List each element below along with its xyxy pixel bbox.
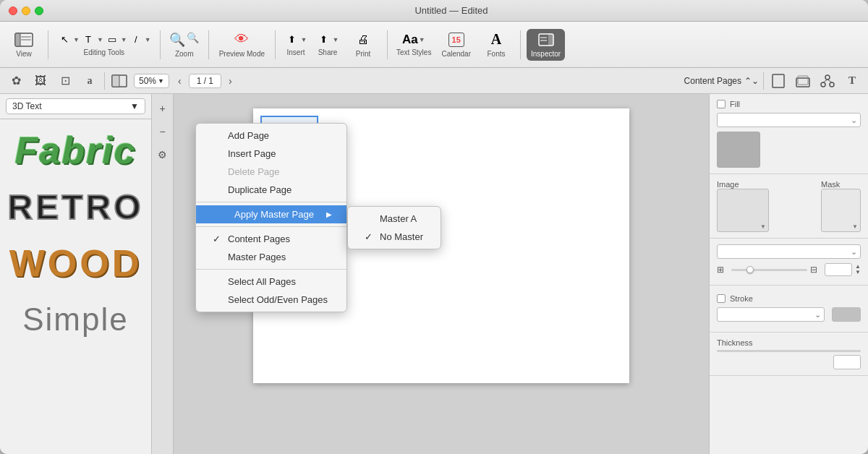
opacity-slider[interactable] <box>731 269 807 271</box>
mask-box[interactable] <box>821 189 861 232</box>
inspector-icon <box>536 32 556 48</box>
page-layout-icon[interactable] <box>109 71 129 91</box>
prev-page-button[interactable]: ‹ <box>174 74 186 88</box>
menu-item-content-pages[interactable]: ✓ Content Pages <box>196 230 346 248</box>
text-styles-button[interactable]: Aa ▼ Text Styles <box>393 30 434 59</box>
menu-item-apply-master-page[interactable]: Apply Master Page <box>196 205 346 223</box>
stepper-down-icon: ▼ <box>855 270 861 275</box>
maximize-button[interactable] <box>35 7 43 15</box>
opacity-dropdown[interactable] <box>717 244 861 259</box>
thickness-section: Thickness <box>710 333 868 376</box>
editing-tools-label: Editing Tools <box>84 48 125 56</box>
fonts-label: Fonts <box>487 50 505 58</box>
secondary-toolbar: ✿ 🖼 ⊡ a 50% ▼ ‹ 1 / 1 › Content Pages ⌃⌄ <box>0 68 868 94</box>
submenu-item-master-a[interactable]: Master A <box>348 210 441 228</box>
share-label: Share <box>318 48 338 56</box>
stroke-label: Stroke <box>730 294 766 303</box>
text-aa-icon[interactable]: a <box>80 71 100 91</box>
stroke-dropdown[interactable] <box>717 307 825 322</box>
content-pages-selector[interactable]: Content Pages ⌃⌄ <box>684 76 759 86</box>
style-dropdown[interactable]: 3D Text ▼ <box>6 98 145 114</box>
box-icon[interactable]: ⊡ <box>55 71 75 91</box>
content-pages-label: Content Pages <box>684 76 741 86</box>
menu-divider-2 <box>196 226 346 227</box>
text-styles-icon: Aa <box>403 33 417 46</box>
submenu-item-no-master[interactable]: ✓ No Master <box>348 228 441 246</box>
minimize-button[interactable] <box>22 7 30 15</box>
insert-button[interactable]: ⬆ ▼ Insert <box>281 30 310 59</box>
select-all-label: Select All Pages <box>228 276 296 287</box>
opacity-value-field[interactable] <box>825 263 852 276</box>
main-area: 3D Text ▼ Fabric RETRO WOOD Simple <box>0 94 868 454</box>
no-master-check: ✓ <box>362 231 374 242</box>
fonts-button[interactable]: A Fonts <box>478 29 514 61</box>
structure-icon[interactable] <box>817 71 838 91</box>
thickness-value-field[interactable] <box>833 355 861 369</box>
zoom-percentage[interactable]: 50% ▼ <box>134 74 169 88</box>
shapes-icon[interactable]: ✿ <box>6 71 26 91</box>
image-icon[interactable]: 🖼 <box>30 71 51 91</box>
preview-mode-button[interactable]: 👁 Preview Mode <box>215 29 269 61</box>
grid-icon: ⊞ <box>717 265 728 275</box>
context-menu-wrapper: Add Page Insert Page Delete Page Duplica… <box>195 123 347 312</box>
list-item[interactable]: Fabric <box>6 125 145 176</box>
image-section: Image Mask <box>710 174 868 239</box>
stroke-color-row <box>717 307 861 322</box>
menu-item-select-all-pages[interactable]: Select All Pages <box>196 273 346 291</box>
menu-item-insert-page[interactable]: Insert Page <box>196 145 346 163</box>
image-label: Image <box>717 180 815 189</box>
layers-icon[interactable] <box>793 71 813 91</box>
window-title: Untitled — Edited <box>43 5 859 16</box>
menu-item-duplicate-page[interactable]: Duplicate Page <box>196 181 346 199</box>
insert-label: Insert <box>287 48 305 56</box>
stroke-checkbox[interactable] <box>717 294 726 303</box>
master-a-label: Master A <box>380 213 417 224</box>
fabric-style-text: Fabric <box>14 129 136 172</box>
thickness-slider[interactable] <box>717 350 861 352</box>
share-button[interactable]: ⬆ ▼ Share <box>313 30 342 59</box>
opacity-stepper[interactable]: ▲ ▼ <box>855 264 861 275</box>
menu-item-add-page[interactable]: Add Page <box>196 127 346 145</box>
content-pages-menu-label: Content Pages <box>228 234 290 244</box>
image-box[interactable] <box>717 189 769 232</box>
fill-checkbox[interactable] <box>717 100 726 108</box>
canvas-area: + − ⚙ Add Page Insert Page <box>152 94 709 454</box>
grid-full-icon: ⊟ <box>810 265 822 275</box>
svg-rect-12 <box>798 76 808 85</box>
fill-swatch <box>717 132 760 168</box>
text-format-icon[interactable]: T <box>842 71 862 91</box>
list-item[interactable]: RETRO <box>6 181 145 232</box>
calendar-button[interactable]: 15 Calendar <box>437 29 475 61</box>
menu-item-master-pages[interactable]: Master Pages <box>196 248 346 266</box>
list-item[interactable]: Simple <box>6 294 145 345</box>
pen-icon: / <box>129 33 143 46</box>
delete-page-label: Delete Page <box>228 166 280 177</box>
zoom-label: Zoom <box>175 50 194 58</box>
content-pages-arrow-icon: ⌃⌄ <box>744 76 759 86</box>
subtract-tool-button[interactable]: − <box>154 123 171 140</box>
fill-section: Fill <box>710 94 868 174</box>
menu-item-select-odd-even[interactable]: Select Odd/Even Pages <box>196 291 346 309</box>
settings-tool-button[interactable]: ⚙ <box>154 146 171 163</box>
stroke-row: Stroke <box>717 294 861 303</box>
list-item[interactable]: WOOD <box>6 238 145 288</box>
arrow-down-icon-2: ▼ <box>97 36 103 43</box>
print-button[interactable]: 🖨 Print <box>345 29 381 61</box>
svg-point-15 <box>830 82 834 87</box>
inspector-panel: Fill Image Mask <box>709 94 868 454</box>
svg-rect-1 <box>15 33 20 46</box>
shape-icon: ▭ <box>105 33 119 46</box>
inspector-button[interactable]: Inspector <box>527 29 565 61</box>
add-tool-button[interactable]: + <box>154 100 171 117</box>
stroke-color-swatch <box>832 307 861 322</box>
next-page-button[interactable]: › <box>224 74 237 88</box>
page-icon[interactable] <box>768 71 788 91</box>
fill-dropdown[interactable] <box>717 113 861 127</box>
canvas-tools: + − ⚙ <box>152 94 174 454</box>
share-icons: ⬆ ▼ <box>317 33 339 46</box>
close-button[interactable] <box>9 7 17 15</box>
zoom-button[interactable]: 🔍 🔍 Zoom <box>166 29 203 61</box>
view-button[interactable]: View <box>6 29 42 61</box>
editing-tools-button[interactable]: ↖ ▼ T ▼ ▭ ▼ / ▼ Editing Tools <box>54 30 154 59</box>
insert-arrow-icon: ▼ <box>301 36 307 43</box>
